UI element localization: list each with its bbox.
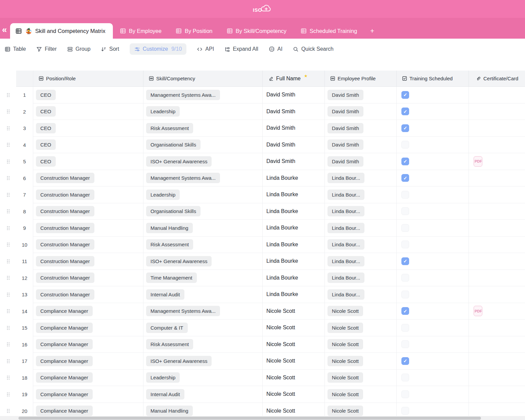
certificate-card-cell[interactable]: PDF [469, 303, 525, 320]
skill-tag[interactable]: Management Systems Awa... [146, 173, 220, 183]
drag-handle-icon[interactable] [7, 409, 10, 413]
training-scheduled-cell[interactable] [397, 153, 469, 170]
position-tag[interactable]: Construction Manager [36, 272, 94, 283]
skill-competency-cell[interactable]: ISO+ General Awareness [143, 253, 263, 270]
drag-handle-icon[interactable] [7, 193, 10, 197]
quick-search-button[interactable]: Quick Search [293, 46, 334, 52]
employee-profile-cell[interactable]: Linda Bour... [325, 270, 397, 287]
column-header-employee-profile[interactable]: Employee Profile [325, 71, 397, 87]
certificate-card-cell[interactable] [469, 237, 525, 253]
collapse-sidebar-icon[interactable]: « [0, 25, 10, 39]
training-checkbox[interactable] [401, 257, 409, 265]
column-header-training-scheduled[interactable]: Training Scheduled [397, 71, 469, 87]
training-scheduled-cell[interactable] [397, 186, 469, 203]
employee-profile-tag[interactable]: Linda Bour... [327, 190, 364, 200]
table-row[interactable]: 9 Construction Manager Manual Handling L… [0, 220, 525, 237]
position-role-cell[interactable]: Construction Manager [33, 286, 143, 303]
employee-profile-tag[interactable]: Nicole Scott [327, 306, 363, 316]
training-checkbox[interactable] [401, 374, 409, 381]
full-name-cell[interactable]: Linda Bourke [263, 270, 325, 287]
pdf-attachment[interactable]: PDF [474, 306, 482, 316]
drag-handle-icon[interactable] [7, 93, 10, 97]
employee-profile-tag[interactable]: David Smith [327, 123, 363, 133]
employee-profile-tag[interactable]: David Smith [327, 90, 363, 100]
skill-competency-cell[interactable]: Management Systems Awa... [143, 87, 263, 103]
table-row[interactable]: 7 Construction Manager Leadership Linda … [0, 186, 525, 203]
employee-profile-cell[interactable]: Linda Bour... [325, 220, 397, 237]
skill-competency-cell[interactable]: ISO+ General Awareness [143, 153, 263, 170]
drag-handle-icon[interactable] [7, 392, 10, 397]
position-tag[interactable]: CEO [36, 156, 56, 167]
employee-profile-cell[interactable]: David Smith [325, 153, 397, 170]
drag-handle-icon[interactable] [7, 109, 10, 114]
employee-profile-tag[interactable]: Linda Bour... [327, 206, 364, 216]
training-checkbox[interactable] [401, 241, 409, 248]
group-button[interactable]: Group [67, 46, 90, 52]
drag-handle-icon[interactable] [7, 326, 10, 330]
skill-tag[interactable]: Manual Handling [146, 406, 193, 416]
add-view-button[interactable]: + [364, 23, 380, 39]
employee-profile-cell[interactable]: Nicole Scott [325, 370, 397, 386]
employee-profile-cell[interactable]: Linda Bour... [325, 286, 397, 303]
certificate-card-cell[interactable] [469, 386, 525, 403]
skill-competency-cell[interactable]: Management Systems Awa... [143, 170, 263, 187]
api-button[interactable]: API [197, 46, 214, 52]
training-scheduled-cell[interactable] [397, 336, 469, 353]
position-role-cell[interactable]: Compliance Manager [33, 320, 143, 336]
column-header-skill-competency[interactable]: Skill/Competency [143, 71, 263, 87]
employee-profile-cell[interactable]: Nicole Scott [325, 303, 397, 320]
table-row[interactable]: 3 CEO Risk Assessment David Smith David … [0, 120, 525, 137]
skill-tag[interactable]: Computer & IT [146, 323, 188, 333]
full-name-cell[interactable]: Nicole Scott [263, 370, 325, 386]
drag-handle-icon[interactable] [7, 242, 10, 247]
position-tag[interactable]: Construction Manager [36, 190, 94, 200]
position-role-cell[interactable]: Compliance Manager [33, 386, 143, 403]
table-row[interactable]: 17 Compliance Manager ISO+ General Aware… [0, 353, 525, 370]
full-name-cell[interactable]: Nicole Scott [263, 303, 325, 320]
training-scheduled-cell[interactable] [397, 203, 469, 220]
employee-profile-tag[interactable]: Linda Bour... [327, 256, 364, 266]
column-header-full-name[interactable]: Full Name ★ [263, 71, 325, 87]
skill-tag[interactable]: ISO+ General Awareness [146, 256, 212, 266]
full-name-cell[interactable]: David Smith [263, 120, 325, 137]
employee-profile-tag[interactable]: Linda Bour... [327, 173, 364, 183]
training-scheduled-cell[interactable] [397, 220, 469, 237]
full-name-cell[interactable]: Linda Bourke [263, 286, 325, 303]
full-name-cell[interactable]: Linda Bourke [263, 203, 325, 220]
filter-button[interactable]: Filter [36, 46, 57, 52]
position-tag[interactable]: Compliance Manager [36, 356, 93, 366]
certificate-card-cell[interactable] [469, 286, 525, 303]
employee-profile-cell[interactable]: Linda Bour... [325, 203, 397, 220]
position-tag[interactable]: Construction Manager [36, 256, 94, 266]
skill-competency-cell[interactable]: Organisational Skills [143, 203, 263, 220]
table-row[interactable]: 18 Compliance Manager Leadership Nicole … [0, 370, 525, 386]
table-row[interactable]: 6 Construction Manager Management System… [0, 170, 525, 187]
training-checkbox[interactable] [401, 324, 409, 332]
drag-handle-icon[interactable] [7, 259, 10, 264]
employee-profile-tag[interactable]: Nicole Scott [327, 323, 363, 333]
training-checkbox[interactable] [401, 141, 409, 149]
full-name-cell[interactable]: Nicole Scott [263, 353, 325, 370]
employee-profile-cell[interactable]: Nicole Scott [325, 386, 397, 403]
position-role-cell[interactable]: Construction Manager [33, 186, 143, 203]
drag-handle-icon[interactable] [7, 292, 10, 297]
training-scheduled-cell[interactable] [397, 103, 469, 120]
drag-handle-icon[interactable] [7, 176, 10, 180]
full-name-cell[interactable]: David Smith [263, 87, 325, 103]
full-name-cell[interactable]: Linda Bourke [263, 237, 325, 253]
position-role-cell[interactable]: CEO [33, 137, 143, 154]
training-scheduled-cell[interactable] [397, 137, 469, 154]
full-name-cell[interactable]: David Smith [263, 103, 325, 120]
certificate-card-cell[interactable] [469, 353, 525, 370]
full-name-cell[interactable]: Nicole Scott [263, 320, 325, 336]
skill-competency-cell[interactable]: Risk Assessment [143, 120, 263, 137]
position-role-cell[interactable]: CEO [33, 103, 143, 120]
drag-handle-icon[interactable] [7, 209, 10, 214]
position-role-cell[interactable]: Compliance Manager [33, 336, 143, 353]
full-name-cell[interactable]: David Smith [263, 137, 325, 154]
position-role-cell[interactable]: CEO [33, 120, 143, 137]
table-row[interactable]: 14 Compliance Manager Management Systems… [0, 303, 525, 320]
certificate-card-cell[interactable]: PDF [469, 153, 525, 170]
employee-profile-tag[interactable]: Nicole Scott [327, 372, 363, 383]
training-checkbox[interactable] [401, 91, 409, 99]
